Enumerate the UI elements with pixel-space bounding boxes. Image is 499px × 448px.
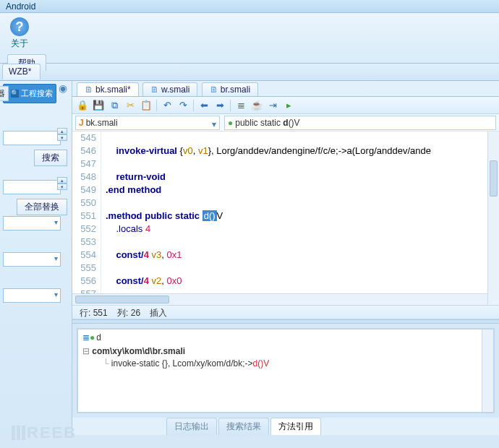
spin-down-icon[interactable]: ▾ (57, 134, 67, 141)
method-prefix: public static (235, 118, 283, 128)
scrollbar-thumb[interactable] (75, 296, 169, 303)
replace-all-button[interactable]: 全部替换 (17, 199, 67, 215)
references-header: ≣●d (82, 332, 489, 343)
status-col: 26 (131, 308, 140, 318)
undo-icon[interactable]: ↶ (161, 100, 173, 111)
help-icon: ? (10, 17, 29, 36)
vertical-scrollbar[interactable] (482, 329, 493, 412)
search-icon: 🔍 (11, 90, 19, 98)
watermark: REEB (12, 423, 77, 442)
editor-tab[interactable]: 🗎bk.smali* (77, 82, 139, 96)
window-title: Android (6, 1, 35, 12)
eye-icon[interactable]: ◉ (59, 82, 67, 94)
editor-area: 🗎bk.smali* 🗎w.smali 🗎br.smali 🔒 💾 ⧉ ✂ 📋 … (72, 81, 499, 435)
sidebar-tab-other: 器 (0, 86, 9, 101)
tab-log[interactable]: 日志输出 (166, 418, 217, 435)
redo-icon[interactable]: ↷ (177, 100, 189, 111)
nav-forward-icon[interactable]: ➡ (214, 100, 226, 111)
tree-call-prefix: invoke-static {}, Lcom/xy/kom/d/bk;-> (111, 358, 253, 369)
tree-call-name: d()V (253, 358, 270, 369)
horizontal-scrollbar[interactable] (72, 293, 487, 305)
nav-back-icon[interactable]: ⬅ (198, 100, 210, 111)
scrollbar-thumb[interactable] (490, 160, 498, 197)
cut-icon[interactable]: ✂ (124, 100, 136, 111)
indent-icon[interactable]: ⇥ (267, 100, 278, 111)
sidebar-tab-search-label: 工程搜索 (21, 88, 53, 99)
run-icon[interactable]: ▸ (283, 100, 294, 111)
method-icon: ● (228, 118, 233, 128)
window-titlebar: Android (0, 0, 499, 13)
search-input[interactable] (3, 131, 61, 145)
list-icon[interactable]: ≣ (235, 100, 247, 111)
status-mode: 插入 (150, 308, 167, 318)
file-icon: 🗎 (150, 85, 159, 95)
code-lines[interactable]: invoke-virtual {v0, v1}, Lorg/anddev/and… (101, 132, 499, 305)
java-icon[interactable]: ☕ (251, 100, 263, 111)
method-icon: ● (90, 332, 95, 343)
replace-input[interactable] (3, 180, 61, 194)
filter-combo-3[interactable] (3, 288, 61, 303)
about-label: 关于 (7, 38, 32, 50)
method-name: d (283, 118, 288, 128)
paste-icon[interactable]: 📋 (140, 100, 152, 111)
list-icon: ≣ (82, 332, 90, 343)
search-button[interactable]: 搜索 (34, 150, 67, 166)
editor-tab-label: br.smali (221, 85, 250, 95)
tab-results[interactable]: 搜索结果 (218, 418, 269, 435)
save-icon[interactable]: 💾 (93, 100, 104, 111)
editor-statusbar: 行: 551 列: 26 插入 (72, 305, 499, 319)
method-combo[interactable]: ●public static d()V (224, 116, 496, 130)
editor-nav-row: Jbk.smali ●public static d()V (72, 114, 499, 132)
search-sidebar: ◉ 器 🔍 工程搜索 ▴▾ 搜索 ▴▾ 全部替换 (0, 81, 72, 435)
status-col-label: 列: (117, 308, 128, 318)
file-combo[interactable]: Jbk.smali (75, 116, 220, 130)
file-combo-label: bk.smali (86, 118, 118, 128)
document-tabstrip: WZB* (0, 64, 499, 81)
copy-icon[interactable]: ⧉ (108, 100, 120, 111)
code-editor[interactable]: 5455465475485495505515525535545555565575… (72, 132, 499, 305)
sidebar-tab-search[interactable]: 器 🔍 工程搜索 (3, 84, 56, 103)
file-icon: 🗎 (210, 85, 218, 95)
line-gutter: 5455465475485495505515525535545555565575… (72, 132, 101, 305)
lock-icon[interactable]: 🔒 (77, 100, 88, 111)
editor-tab[interactable]: 🗎br.smali (202, 82, 258, 96)
method-sig: ()V (289, 118, 300, 128)
vertical-scrollbar[interactable] (487, 132, 499, 305)
references-tree[interactable]: ⊟ com\xy\kom\d\br.smali └ invoke-static … (82, 345, 489, 370)
spin-down-icon[interactable]: ▾ (57, 184, 67, 190)
spin-up-icon[interactable]: ▴ (57, 177, 67, 184)
about-button[interactable]: ? 关于 (7, 17, 32, 50)
spin-up-icon[interactable]: ▴ (57, 128, 67, 134)
tree-node-call[interactable]: └ invoke-static {}, Lcom/xy/kom/d/bk;->d… (82, 358, 489, 370)
editor-tab-label: w.smali (161, 85, 189, 95)
file-icon: 🗎 (85, 85, 93, 95)
status-row-label: 行: (80, 308, 90, 318)
editor-toolbar: 🔒 💾 ⧉ ✂ 📋 ↶ ↷ ⬅ ➡ ≣ ☕ ⇥ ▸ (72, 97, 499, 114)
java-file-icon: J (79, 118, 84, 128)
filter-combo-2[interactable] (3, 252, 61, 267)
ribbon: ? 关于 帮助 (0, 13, 499, 64)
editor-tabstrip: 🗎bk.smali* 🗎w.smali 🗎br.smali (72, 81, 499, 97)
horizontal-splitter[interactable] (72, 319, 499, 324)
editor-tab[interactable]: 🗎w.smali (142, 82, 197, 96)
status-row: 551 (93, 308, 108, 318)
document-tab[interactable]: WZB* (2, 64, 40, 79)
tab-references[interactable]: 方法引用 (270, 418, 321, 435)
references-panel: ≣●d ⊟ com\xy\kom\d\br.smali └ invoke-sta… (77, 328, 495, 413)
filter-combo-1[interactable] (3, 216, 61, 231)
references-header-text: d (96, 332, 101, 343)
tree-file-label: com\xy\kom\d\br.smali (92, 346, 185, 356)
editor-tab-label: bk.smali* (95, 85, 131, 95)
tree-node-file[interactable]: ⊟ com\xy\kom\d\br.smali (82, 345, 489, 358)
bottom-tabstrip: 日志输出 搜索结果 方法引用 (72, 418, 499, 435)
